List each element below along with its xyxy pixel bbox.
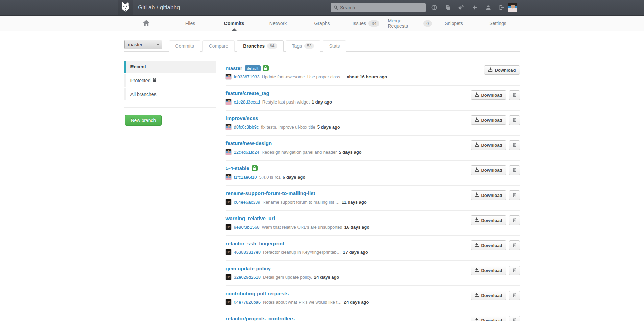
trash-icon	[512, 117, 517, 123]
branch-row: warning_relative_url 9e86f3b1568 Warn th…	[226, 211, 520, 236]
nav-item-settings[interactable]: Settings	[476, 16, 520, 31]
nav-item-home[interactable]	[124, 16, 168, 31]
trash-icon	[512, 293, 517, 298]
branch-name-link[interactable]: rename-support-forum-to-mailing-list	[226, 190, 315, 196]
download-label: Download	[481, 318, 502, 321]
branch-name-link[interactable]: master	[226, 65, 242, 71]
branch-name-link[interactable]: 5-4-stable	[226, 165, 249, 171]
branch-name-link[interactable]: feature/new-design	[226, 140, 272, 146]
commit-hash-link[interactable]: 32e029d2618	[234, 275, 261, 280]
commit-time: 1 day ago	[312, 99, 332, 105]
commit-hash-link[interactable]: c64ee6ac339	[234, 200, 260, 205]
new-branch-button[interactable]: New branch	[125, 115, 162, 126]
sidebar-item-label: Protected	[130, 78, 151, 83]
commit-hash-link[interactable]: fd033671933	[234, 74, 260, 79]
plus-icon[interactable]	[472, 5, 478, 11]
commit-hash-link[interactable]: d8fc0c3bb9c	[234, 124, 259, 130]
sidebar-item-recent[interactable]: Recent	[124, 61, 216, 73]
delete-branch-button[interactable]	[509, 240, 520, 250]
nav-item-graphs[interactable]: Graphs	[300, 16, 344, 31]
nav-item-label: Network	[269, 21, 287, 26]
delete-branch-button[interactable]	[509, 140, 520, 150]
download-button[interactable]: Download	[471, 266, 506, 275]
user-icon[interactable]	[485, 5, 491, 11]
download-button[interactable]: Download	[471, 215, 506, 225]
branch-row: improve/scss d8fc0c3bb9c fix tests. impr…	[226, 111, 520, 136]
commit-line: 04e77826ba6 Notes about what PR's we wou…	[226, 299, 369, 305]
delete-branch-button[interactable]	[509, 190, 520, 200]
committer-avatar	[226, 249, 231, 255]
download-icon	[475, 243, 479, 248]
download-button[interactable]: Download	[471, 240, 506, 250]
committer-avatar	[226, 174, 231, 180]
branch-name-link[interactable]: gem-update-policy	[226, 266, 271, 271]
committer-avatar	[226, 299, 231, 305]
branch-name-link[interactable]: feature/create_tag	[226, 90, 269, 96]
nav-item-label: Files	[185, 21, 195, 26]
default-badge: default	[245, 65, 261, 71]
branch-name-link[interactable]: refactor/projects_controllers	[226, 316, 295, 321]
sign-out-icon[interactable]	[499, 5, 505, 11]
download-button[interactable]: Download	[484, 65, 520, 75]
commit-hash-link[interactable]: 04e77826ba6	[234, 300, 261, 305]
tab-stats[interactable]: Stats	[323, 40, 346, 52]
delete-branch-button[interactable]	[509, 165, 520, 175]
tab-label: Commits	[175, 43, 194, 49]
delete-branch-button[interactable]	[509, 215, 520, 225]
tab-compare[interactable]: Compare	[202, 40, 235, 52]
commit-time: 11 days ago	[342, 200, 367, 205]
download-button[interactable]: Download	[471, 316, 506, 321]
commit-hash-link[interactable]: 9e86f3b1568	[234, 225, 260, 230]
delete-branch-button[interactable]	[509, 291, 520, 300]
branch-name-link[interactable]: improve/scss	[226, 115, 258, 121]
nav-item-files[interactable]: Files	[168, 16, 212, 31]
tab-commits[interactable]: Commits	[169, 40, 200, 52]
commit-hash-link[interactable]: 463883317e8	[234, 250, 261, 255]
commit-line: f1fc1ae6f10 5.4.0 is rc1 6 days ago	[226, 174, 306, 180]
branch-name-link[interactable]: contributing-pull-requests	[226, 291, 289, 296]
tab-label: Stats	[329, 43, 340, 49]
commit-message: 5.4.0 is rc1	[259, 175, 281, 180]
tab-tags[interactable]: Tags53	[286, 40, 321, 52]
delete-branch-button[interactable]	[509, 316, 520, 321]
nav-item-network[interactable]: Network	[256, 16, 300, 31]
branch-name-link[interactable]: refactor_ssh_fingerprint	[226, 240, 284, 246]
download-button[interactable]: Download	[471, 190, 506, 200]
app-name-link[interactable]: GitLab	[138, 4, 155, 11]
delete-branch-button[interactable]	[509, 115, 520, 125]
nav-item-label: Merge Requests	[388, 18, 421, 29]
commit-hash-link[interactable]: c1c28d3cead	[234, 99, 260, 105]
tab-branches[interactable]: Branches64	[237, 40, 283, 52]
nav-item-merge-requests[interactable]: Merge Requests0	[388, 16, 432, 31]
copy-icon[interactable]	[445, 5, 451, 11]
sidebar-item-protected[interactable]: Protected	[124, 74, 216, 87]
commit-time: 6 days ago	[283, 175, 305, 180]
branch-ref-selector[interactable]: master	[124, 40, 162, 49]
gitlab-logo[interactable]	[118, 0, 133, 15]
nav-item-commits[interactable]: Commits	[212, 16, 256, 31]
branch-row: gem-update-policy 32e029d2618 Detail gem…	[226, 261, 520, 286]
chevron-down-icon	[154, 40, 162, 49]
download-button[interactable]: Download	[471, 140, 506, 150]
delete-branch-button[interactable]	[509, 90, 520, 100]
nav-item-issues[interactable]: Issues34	[344, 16, 388, 31]
commit-message: Rename support forum to mailing list …	[263, 200, 340, 205]
branch-name-link[interactable]: warning_relative_url	[226, 215, 275, 221]
commit-hash-link[interactable]: 22c4d61fd24	[234, 150, 259, 155]
gears-icon[interactable]	[458, 5, 464, 11]
download-button[interactable]: Download	[471, 291, 506, 300]
download-icon	[475, 268, 479, 273]
sidebar-item-all-branches[interactable]: All branches	[124, 88, 216, 100]
download-button[interactable]: Download	[471, 165, 506, 175]
commit-hash-link[interactable]: f1fc1ae6f10	[234, 175, 257, 180]
download-label: Download	[481, 143, 502, 148]
search-input[interactable]	[331, 3, 426, 12]
delete-branch-button[interactable]	[509, 266, 520, 275]
globe-icon[interactable]	[431, 5, 437, 11]
protected-badge	[263, 65, 269, 71]
user-avatar[interactable]	[508, 3, 517, 12]
download-button[interactable]: Download	[471, 90, 506, 100]
nav-item-snippets[interactable]: Snippets	[432, 16, 476, 31]
committer-avatar	[226, 74, 231, 79]
download-button[interactable]: Download	[471, 115, 506, 125]
